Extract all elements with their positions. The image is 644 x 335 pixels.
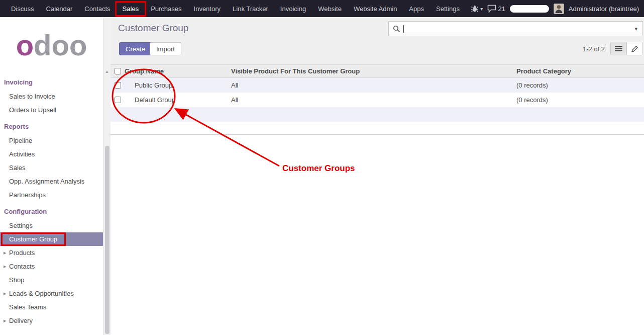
sidebar-nav: Invoicing Sales to Invoice Orders to Ups… (0, 75, 103, 327)
sidebar-item-shop[interactable]: Shop (0, 273, 103, 287)
sidebar-item-label: Activities (9, 150, 35, 158)
sidebar-item-opp-assignment-analysis[interactable]: Opp. Assignment Analysis (0, 175, 103, 188)
sidebar: odoo Invoicing Sales to Invoice Orders t… (0, 17, 103, 335)
menu-website-admin[interactable]: Website Admin (348, 3, 403, 15)
row-select-cell (111, 97, 125, 103)
cell-visible-product: All (231, 96, 516, 104)
cell-product-category: (0 records) (516, 81, 644, 89)
search-bar: ▾ (388, 21, 643, 36)
row-select-cell (111, 82, 125, 89)
sidebar-item-sales-to-invoice[interactable]: Sales to Invoice (0, 90, 103, 103)
topbar: Discuss Calendar Contacts Sales Purchase… (0, 0, 644, 17)
list-view-button[interactable] (610, 42, 627, 55)
search-icon (393, 25, 400, 33)
sidebar-item-sales-teams[interactable]: Sales Teams (0, 300, 103, 314)
table-row[interactable]: Default Group All (0 records) (111, 93, 644, 107)
bug-icon (471, 5, 479, 13)
expand-caret-icon: ▸ (4, 246, 7, 260)
user-photo (554, 4, 564, 14)
select-all-checkbox[interactable] (115, 68, 121, 74)
chat-bubble-icon (487, 5, 496, 13)
import-button[interactable]: Import (150, 42, 181, 55)
form-view-button[interactable] (626, 42, 643, 55)
sidebar-item-contacts[interactable]: ▸Contacts (0, 260, 103, 273)
cell-visible-product: All (231, 81, 516, 89)
menu-invoicing[interactable]: Invoicing (274, 3, 312, 15)
search-input[interactable] (407, 25, 629, 33)
sidebar-item-pipeline[interactable]: Pipeline (0, 134, 103, 147)
menu-link-tracker[interactable]: Link Tracker (227, 3, 274, 15)
edit-pencil-icon (631, 45, 638, 52)
section-configuration: Configuration (0, 205, 103, 219)
debug-bug-icon[interactable]: ▾ (471, 5, 483, 13)
topbar-menu: Discuss Calendar Contacts Sales Purchase… (5, 0, 466, 17)
sidebar-scrollbar-thumb[interactable] (105, 146, 110, 334)
sidebar-item-sales[interactable]: Sales (0, 161, 103, 175)
expand-caret-icon: ▸ (4, 314, 7, 327)
cell-group-name: Default Group (125, 96, 231, 104)
sidebar-item-label: Sales (9, 164, 26, 172)
empty-row (111, 107, 644, 122)
menu-apps[interactable]: Apps (403, 3, 430, 15)
logo-letter: o (16, 28, 34, 62)
user-menu[interactable]: Administrator (braintree) (569, 5, 639, 13)
logo-letter: o (52, 28, 69, 62)
scroll-up-arrow-icon[interactable]: ▲ (103, 69, 111, 74)
sidebar-item-label: Shop (9, 276, 24, 284)
expand-caret-icon: ▸ (4, 287, 7, 300)
messages-count: 21 (498, 5, 505, 13)
sidebar-item-label: Customer Group (9, 235, 57, 243)
sidebar-item-label: Pipeline (9, 137, 32, 144)
column-header-product-category[interactable]: Product Category (516, 67, 644, 75)
menu-calendar[interactable]: Calendar (40, 3, 79, 15)
column-header-visible-product[interactable]: Visible Product For This Customer Group (231, 67, 516, 75)
cell-group-name: Public Group (125, 81, 231, 89)
logo-letter: o (69, 28, 87, 62)
menu-settings[interactable]: Settings (430, 3, 466, 15)
table-header: Group Name Visible Product For This Cust… (111, 64, 644, 78)
page-title: Customer Group (118, 23, 188, 34)
menu-contacts[interactable]: Contacts (78, 3, 116, 15)
sidebar-item-label: Products (9, 249, 35, 257)
sidebar-item-activities[interactable]: Activities (0, 147, 103, 161)
sidebar-item-label: Leads & Opportunities (9, 290, 74, 297)
messages-button[interactable]: 21 (487, 5, 505, 13)
screen: Discuss Calendar Contacts Sales Purchase… (0, 0, 644, 335)
sidebar-item-label: Sales Teams (9, 303, 46, 311)
odoo-logo[interactable]: odoo (0, 17, 103, 72)
create-button[interactable]: Create (119, 42, 152, 55)
table-row[interactable]: Public Group All (0 records) (111, 78, 644, 93)
sidebar-item-label: Sales to Invoice (9, 93, 55, 100)
sidebar-item-label: Contacts (9, 263, 35, 270)
row-checkbox[interactable] (115, 82, 121, 89)
select-all-cell (111, 68, 125, 74)
sidebar-item-label: Settings (9, 222, 33, 229)
sidebar-item-customer-group[interactable]: Customer Group (0, 232, 103, 246)
topbar-right: ▾ 21 Administrator (braintree) (471, 4, 639, 14)
menu-sales[interactable]: Sales (117, 3, 145, 15)
menu-website[interactable]: Website (312, 3, 348, 15)
menu-purchases[interactable]: Purchases (145, 3, 187, 15)
view-switcher (610, 42, 643, 55)
avatar[interactable] (554, 4, 564, 14)
control-panel: Customer Group ▾ Create Import 1-2 of 2 (111, 17, 644, 64)
column-header-group-name[interactable]: Group Name (125, 67, 231, 75)
sidebar-item-delivery[interactable]: ▸Delivery (0, 314, 103, 327)
section-invoicing: Invoicing (0, 75, 103, 90)
menu-inventory[interactable]: Inventory (188, 3, 227, 15)
search-dropdown-caret-icon[interactable]: ▾ (629, 26, 642, 32)
sidebar-item-products[interactable]: ▸Products (0, 246, 103, 260)
status-pill[interactable] (510, 5, 549, 13)
sidebar-item-label: Opp. Assignment Analysis (9, 178, 84, 185)
row-checkbox[interactable] (115, 97, 121, 103)
menu-discuss[interactable]: Discuss (5, 3, 40, 15)
sidebar-item-label: Orders to Upsell (9, 106, 56, 114)
sidebar-item-orders-to-upsell[interactable]: Orders to Upsell (0, 103, 103, 117)
sidebar-item-partnerships[interactable]: Partnerships (0, 188, 103, 202)
sidebar-item-settings[interactable]: Settings (0, 219, 103, 232)
pager: 1-2 of 2 (583, 45, 605, 53)
cell-product-category: (0 records) (516, 96, 644, 104)
section-reports: Reports (0, 120, 103, 134)
list-icon (615, 46, 622, 51)
sidebar-item-leads-opportunities[interactable]: ▸Leads & Opportunities (0, 287, 103, 300)
